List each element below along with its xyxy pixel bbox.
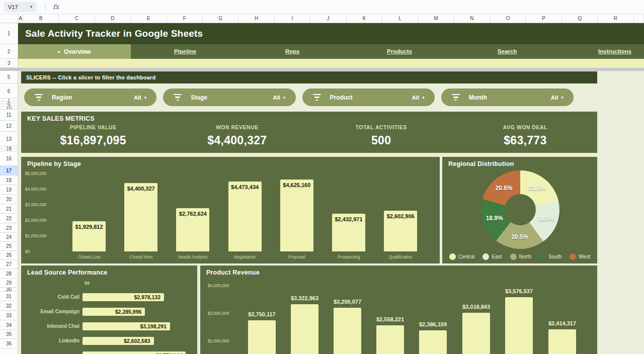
column-header-L[interactable]: L bbox=[382, 14, 418, 23]
chart-title: Regional Distribution bbox=[448, 160, 514, 167]
legend-item: North bbox=[510, 253, 531, 260]
row-header-18[interactable]: 18 bbox=[0, 175, 18, 185]
row-header-6[interactable]: 6 bbox=[0, 84, 18, 99]
slicers-header: SLICERS -- Click a slicer to filter the … bbox=[21, 71, 597, 83]
slicer-label: Product bbox=[330, 94, 353, 101]
hidden-rows-band bbox=[0, 68, 644, 71]
row-header-31[interactable]: 31 bbox=[0, 292, 18, 301]
legend-label: East bbox=[492, 254, 502, 259]
column-header-G[interactable]: G bbox=[203, 14, 238, 23]
row-header-22[interactable]: 22 bbox=[0, 214, 18, 223]
slicer-value-dropdown[interactable]: All▾ bbox=[273, 95, 285, 101]
slicer-region[interactable]: RegionAll▾ bbox=[24, 88, 156, 106]
row-header-32[interactable]: 32 bbox=[0, 301, 18, 311]
y-axis-tick: $2,000,000 bbox=[208, 338, 229, 343]
row-header-5[interactable]: 5 bbox=[0, 71, 18, 84]
row-header-23[interactable]: 23 bbox=[0, 223, 18, 233]
legend-item: Central bbox=[449, 253, 474, 260]
column-header-R[interactable]: R bbox=[598, 14, 633, 23]
page-title: Sale Activity Tracker in Google Sheets bbox=[25, 28, 203, 39]
y-axis-tick: $4,000,000 bbox=[25, 187, 47, 192]
bar bbox=[248, 320, 276, 354]
slicer-value-dropdown[interactable]: All▾ bbox=[551, 95, 564, 101]
tab-reps[interactable]: Reps bbox=[285, 44, 299, 59]
name-box[interactable]: V17 ▾ bbox=[4, 2, 36, 12]
donut-hole bbox=[505, 194, 536, 225]
row-header-20[interactable]: 20 bbox=[0, 195, 18, 204]
metric-label: PIPELINE VALUE bbox=[21, 124, 165, 130]
formula-bar: V17 ▾ fx bbox=[0, 0, 644, 14]
column-header-J[interactable]: J bbox=[310, 14, 346, 23]
row-header-26[interactable]: 26 bbox=[0, 251, 18, 260]
legend-label: North bbox=[519, 254, 531, 259]
metric-value: $4,400,327 bbox=[165, 134, 309, 147]
row-header-12[interactable]: 12 bbox=[0, 121, 18, 132]
slice-percent-label: 18.9% bbox=[486, 215, 503, 222]
metric-value: $63,773 bbox=[453, 134, 597, 147]
column-headers: ABCDEFGHIJKLMNOPQR bbox=[18, 14, 644, 23]
metrics-panel: KEY SALES METRICS PIPELINE VALUE$16,897,… bbox=[21, 112, 597, 153]
slice-percent-label: 21.1% bbox=[528, 185, 545, 192]
slicer-value-dropdown[interactable]: All▾ bbox=[134, 95, 146, 101]
legend-item: South bbox=[539, 253, 561, 260]
tab-overview[interactable]: ▸ Overview bbox=[18, 44, 131, 59]
row-header-28[interactable]: 28 bbox=[0, 269, 18, 279]
slicer-stage[interactable]: StageAll▾ bbox=[163, 88, 295, 106]
row-header-33[interactable]: 33 bbox=[0, 311, 18, 320]
metric-card: PIPELINE VALUE$16,897,095 bbox=[21, 124, 165, 147]
row-header-2[interactable]: 2 bbox=[0, 44, 18, 59]
row-header-24[interactable]: 24 bbox=[0, 233, 18, 242]
column-header-K[interactable]: K bbox=[347, 14, 382, 23]
select-all-corner[interactable] bbox=[0, 14, 18, 23]
slicer-label: Month bbox=[469, 94, 487, 101]
y-axis-tick: $3,000,000 bbox=[208, 311, 229, 316]
column-header-O[interactable]: O bbox=[490, 14, 526, 23]
column-header-Q[interactable]: Q bbox=[562, 14, 598, 23]
metric-label: WON REVENUE bbox=[165, 124, 309, 130]
tab-products[interactable]: Products bbox=[387, 44, 412, 59]
column-header-C[interactable]: C bbox=[59, 14, 95, 23]
row-header-27[interactable]: 27 bbox=[0, 260, 18, 269]
column-header-E[interactable]: E bbox=[131, 14, 167, 23]
row-header-17[interactable]: 17 bbox=[0, 166, 18, 175]
slicer-value: All bbox=[273, 95, 280, 101]
row-header-35[interactable]: 35 bbox=[0, 330, 18, 339]
slicer-label: Stage bbox=[191, 94, 207, 101]
row-header-21[interactable]: 21 bbox=[0, 204, 18, 214]
row-header-36[interactable]: 36 bbox=[0, 339, 18, 348]
column-header-N[interactable]: N bbox=[454, 14, 490, 23]
column-header-H[interactable]: H bbox=[238, 14, 274, 23]
tab-pipeline[interactable]: Pipeline bbox=[174, 44, 196, 59]
row-header-16[interactable]: 16 bbox=[0, 151, 18, 166]
divider bbox=[45, 3, 46, 11]
chart-legend: CentralEastNorthSouthWest bbox=[449, 253, 590, 260]
row-header-13[interactable]: 13 bbox=[0, 132, 18, 146]
filter-icon bbox=[34, 94, 43, 101]
tab-instructions[interactable]: Instructions bbox=[598, 44, 631, 59]
column-header-P[interactable]: P bbox=[526, 14, 561, 23]
row-header-1[interactable]: 1 bbox=[0, 23, 18, 44]
row-header-3[interactable]: 3 bbox=[0, 59, 18, 68]
column-header-M[interactable]: M bbox=[418, 14, 454, 23]
row-header-25[interactable]: 25 bbox=[0, 242, 18, 251]
column-header-F[interactable]: F bbox=[167, 14, 203, 23]
column-header-B[interactable]: B bbox=[23, 14, 59, 23]
row-header-19[interactable]: 19 bbox=[0, 185, 18, 195]
slicer-value-dropdown[interactable]: All▾ bbox=[412, 95, 425, 101]
google-sheets-app: V17 ▾ fx ABCDEFGHIJKLMNOPQR 123567891011… bbox=[0, 0, 644, 354]
column-header-I[interactable]: I bbox=[275, 14, 310, 23]
column-header-overflow bbox=[634, 14, 644, 23]
slicer-label: Region bbox=[52, 94, 72, 101]
row-header-30[interactable]: 30 bbox=[0, 288, 18, 292]
row-header-29[interactable]: 29 bbox=[0, 279, 18, 288]
bar-value-label: $4,473,434 bbox=[231, 184, 259, 190]
tab-search[interactable]: Search bbox=[498, 44, 517, 59]
chart-title: Product Revenue bbox=[206, 269, 260, 276]
row-header-34[interactable]: 34 bbox=[0, 320, 18, 330]
column-header-A[interactable]: A bbox=[18, 14, 23, 23]
bar bbox=[291, 304, 318, 354]
column-header-D[interactable]: D bbox=[95, 14, 131, 23]
slicer-month[interactable]: MonthAll▾ bbox=[441, 88, 574, 106]
slicer-product[interactable]: ProductAll▾ bbox=[302, 88, 435, 106]
row-header-11[interactable]: 11 bbox=[0, 110, 18, 121]
